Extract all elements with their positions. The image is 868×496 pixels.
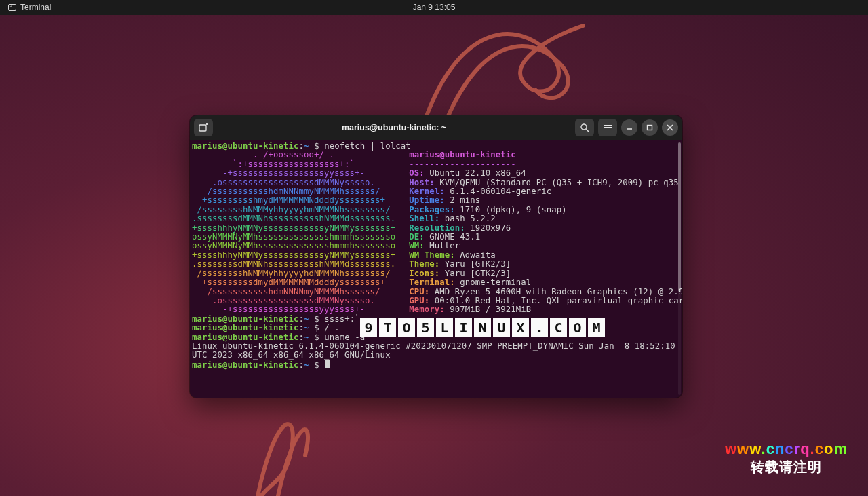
search-icon bbox=[580, 123, 589, 132]
ascii-art-row: .-/+oossssoo+/-. bbox=[192, 151, 395, 159]
svg-rect-0 bbox=[199, 125, 206, 131]
watermark-char: M bbox=[588, 318, 605, 337]
minimize-icon bbox=[626, 124, 633, 131]
ascii-art-row: +sssssssssdmydMMMMMMMMddddyssssssss+ bbox=[192, 278, 395, 287]
neofetch-theme: Yaru [GTK2/3] bbox=[445, 259, 511, 269]
topbar-app-label: Terminal bbox=[20, 3, 51, 12]
ascii-art-row: -+ssssssssssssssssssyyssss+- bbox=[192, 169, 395, 178]
neofetch-kernel: 6.1.4-060104-generic bbox=[450, 187, 551, 196]
gnome-top-bar: Terminal Jan 9 13:05 bbox=[0, 0, 868, 15]
wallpaper-swirl-bottom bbox=[237, 394, 339, 496]
watermark-char: I bbox=[455, 318, 472, 337]
uname-output: Linux ubuntu-kinetic 6.1.4-060104-generi… bbox=[192, 342, 682, 360]
neofetch-sep: --------------------- bbox=[409, 160, 516, 169]
neofetch-uptime: 2 mins bbox=[450, 195, 480, 205]
ascii-art-row: .ossssssssssssssssssdMMMNysssso. bbox=[192, 297, 395, 305]
search-button[interactable] bbox=[575, 119, 594, 136]
titlebar: marius@ubuntu-kinetic: ~ bbox=[190, 115, 682, 140]
ascii-art-row: .ossssssssssssssssssdMMMNysssso. bbox=[192, 178, 395, 187]
watermark-char: T bbox=[379, 318, 396, 337]
svg-point-1 bbox=[581, 124, 587, 130]
watermark-char: 9 bbox=[360, 318, 377, 337]
wallpaper-swirl-top bbox=[420, 12, 610, 121]
ascii-art-row: .ssssssssdMMMNhsssssssssshNMMMdssssssss. bbox=[192, 214, 395, 223]
new-tab-button[interactable] bbox=[194, 119, 213, 136]
ascii-art-row: +ssssssssshmydMMMMMMMNddddyssssssss+ bbox=[192, 196, 395, 205]
watermark-char: X bbox=[512, 318, 529, 337]
maximize-button[interactable] bbox=[642, 119, 658, 136]
terminal-window: marius@ubuntu-kinetic: ~ marius@ubuntu-k… bbox=[190, 115, 682, 398]
neofetch-de: GNOME 43.1 bbox=[429, 232, 480, 242]
watermark-char: O bbox=[398, 318, 415, 337]
neofetch-os: Ubuntu 22.10 x86_64 bbox=[429, 168, 526, 178]
watermark-char: L bbox=[436, 318, 453, 337]
scrollbar-thumb[interactable] bbox=[678, 142, 681, 292]
prompt-line-current: marius@ubuntu-kinetic:~ $ bbox=[192, 360, 682, 370]
watermark-char: 5 bbox=[417, 318, 434, 337]
watermark-char: C bbox=[550, 318, 567, 337]
watermark-9to5linux: 9TO5LINUX.COM bbox=[360, 318, 605, 337]
window-title: marius@ubuntu-kinetic: ~ bbox=[217, 123, 571, 132]
watermark-char: . bbox=[531, 318, 548, 337]
neofetch-resolution: 1920x976 bbox=[470, 223, 511, 233]
ascii-art-row: /ssssssssssshdmNNNNmyNMMMMhssssss/ bbox=[192, 288, 395, 297]
watermark-cncrq-url: www.cncrq.com bbox=[725, 440, 848, 458]
svg-rect-2 bbox=[648, 126, 652, 130]
ascii-art-row: ossyNMMMNyMMhsssssssssssssshmmmhssssssso bbox=[192, 242, 395, 250]
minimize-button[interactable] bbox=[621, 119, 637, 136]
watermark-char: N bbox=[474, 318, 491, 337]
maximize-icon bbox=[646, 124, 653, 131]
neofetch-memory: 907MiB / 3921MiB bbox=[450, 305, 531, 314]
neofetch-host: KVM/QEMU (Standard PC (Q35 + ICH9, 2009)… bbox=[439, 178, 682, 187]
close-button[interactable] bbox=[662, 119, 678, 136]
ascii-art-row: /sssssssshNMMMyhhyyyyhdNMMMNhssssssss/ bbox=[192, 269, 395, 278]
neofetch-cpu: AMD Ryzen 5 4600H with Radeon Graphics (… bbox=[435, 287, 682, 297]
neofetch-icons: Yaru [GTK2/3] bbox=[445, 269, 511, 278]
ascii-art-row: /ssssssssssshdmNNNmmyNMMMMhssssss/ bbox=[192, 187, 395, 196]
ascii-art-row: .ssssssssdMMMNhsssssssssshNMMMdssssssss. bbox=[192, 260, 395, 269]
cursor bbox=[326, 360, 330, 368]
watermark-char: U bbox=[493, 318, 510, 337]
watermark-char: O bbox=[569, 318, 586, 337]
ascii-art-row: -+sssssssssssssssssyyyssss+- bbox=[192, 305, 395, 314]
neofetch-packages: 1710 (dpkg), 9 (snap) bbox=[460, 205, 567, 214]
neofetch-shell: bash 5.2.2 bbox=[445, 214, 496, 223]
watermark-cncrq-note: 转载请注明 bbox=[725, 458, 848, 476]
ascii-art-row: /sssssssshNMMMyhhyyyyhmNMMMNhssssssss/ bbox=[192, 206, 395, 214]
neofetch-header: marius@ubuntu-kinetic bbox=[409, 150, 516, 159]
neofetch-wmtheme: Adwaita bbox=[460, 250, 496, 260]
ascii-art-row: +sssshhhyNMMNyssssssssssssyNMMMysssssss+ bbox=[192, 224, 395, 233]
neofetch-wm: Mutter bbox=[429, 241, 460, 250]
neofetch-terminal: gnome-terminal bbox=[460, 278, 531, 287]
neofetch-gpu: 00:01.0 Red Hat, Inc. QXL paravirtual gr… bbox=[435, 296, 682, 305]
topbar-clock[interactable]: Jan 9 13:05 bbox=[413, 3, 456, 12]
new-tab-icon bbox=[199, 123, 208, 132]
hamburger-icon bbox=[604, 125, 612, 131]
close-icon bbox=[667, 124, 673, 131]
terminal-body[interactable]: marius@ubuntu-kinetic:~ $ neofetch | lol… bbox=[190, 140, 682, 398]
topbar-app[interactable]: Terminal bbox=[8, 3, 51, 12]
ascii-art-row: ossyNMMMNyMMhsssssssssssssshmmmhssssssso bbox=[192, 233, 395, 242]
prompt-line-1: marius@ubuntu-kinetic:~ $ neofetch | lol… bbox=[192, 142, 682, 151]
ascii-art-row: +sssshhhyNMMNyssssssssssssyNMMMysssssss+ bbox=[192, 251, 395, 260]
watermark-cncrq: www.cncrq.com 转载请注明 bbox=[725, 440, 848, 476]
ascii-art-row: `:+ssssssssssssssssss+:` bbox=[192, 160, 395, 169]
terminal-icon bbox=[8, 4, 16, 11]
hamburger-menu-button[interactable] bbox=[598, 119, 617, 136]
